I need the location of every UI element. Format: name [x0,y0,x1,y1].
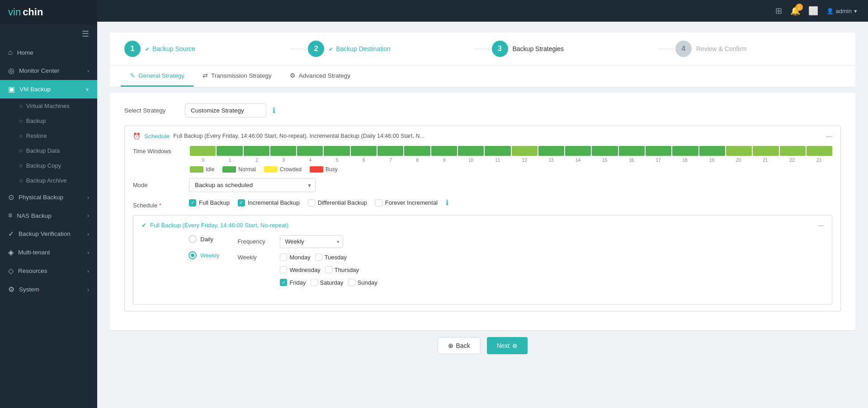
sidebar-sub-backup-archive[interactable]: ○ Backup Archive [0,173,97,188]
sidebar-item-system[interactable]: ⚙ System › [0,280,97,299]
time-windows-label: Time Windows [133,146,183,155]
mode-select[interactable]: Backup as scheduled Manual Backup [189,178,316,192]
tw-bar-23 [807,146,832,156]
sidebar-sub-backup-copy[interactable]: ○ Backup Copy [0,158,97,173]
hour-label-13: 13 [538,158,565,163]
frequency-select[interactable]: Weekly Daily Monthly [280,235,343,248]
radio-options: Daily Weekly [189,235,219,291]
minimize-icon[interactable]: — [826,132,832,140]
day-friday-cb: ✓ [280,279,287,286]
info-icon[interactable]: ℹ [273,106,275,115]
tw-bar-9 [431,146,457,156]
day-sunday[interactable]: Sunday [348,279,377,286]
sidebar-item-monitor[interactable]: ◎ Monitor Center › [0,61,97,80]
frequency-label: Frequency [237,238,274,245]
sidebar-item-vmbackup[interactable]: ▣ VM Backup ∨ [0,80,97,98]
strategy-select[interactable]: Customize Strategy [185,103,266,117]
day-wednesday[interactable]: Wednesday [280,266,320,273]
sidebar-item-label: VM Backup [19,86,51,93]
checkbox-differential-backup[interactable]: Differential Backup [308,199,367,206]
day-saturday-cb [311,279,318,286]
hour-label-8: 8 [404,158,431,163]
chevron-icon: › [87,250,89,255]
step-divider-3 [657,49,675,49]
sidebar-item-home[interactable]: ⌂ Home [0,43,97,61]
sidebar-sub-backup-data[interactable]: ○ Backup Data [0,143,97,158]
sidebar-item-label: Monitor Center [19,67,59,74]
tw-bar-1 [217,146,242,156]
chevron-icon: › [87,287,89,292]
sidebar-item-physical[interactable]: ⊙ Physical Backup › [0,188,97,206]
display-icon[interactable]: ⬜ [808,6,818,16]
tab-advanced[interactable]: ⚙ Advanced Strategy [281,66,359,87]
tw-bar-2 [244,146,269,156]
sidebar-item-nas[interactable]: ≡ NAS Backup › [0,206,97,225]
next-button[interactable]: Next ⊕ [487,337,528,354]
step-2: 2 ✔ Backup Destination [308,41,473,57]
sidebar-item-label: Resources [18,267,47,274]
radio-weekly-btn [189,251,197,259]
day-saturday[interactable]: Saturday [311,279,344,286]
gear-icon: ⚙ [290,72,296,79]
checkbox-group: ✓ Full Backup ✓ Incremental Backup Diffe… [189,198,448,207]
step-1-circle: 1 [124,41,141,57]
tw-bar-0 [190,146,216,156]
notification-badge: 1 [796,4,803,11]
tw-bar-4 [297,146,323,156]
sidebar-sub-virtual-machines[interactable]: ○ Virtual Machines [0,98,97,113]
sidebar-sub-restore[interactable]: ○ Restore [0,128,97,143]
edit-icon: ✎ [130,72,135,79]
minimize-detail-icon[interactable]: — [818,222,824,229]
sub-item-label: Backup [26,117,46,124]
step-3-circle: 3 [492,41,508,57]
legend-crowded: Crowded [264,166,302,173]
day-thursday[interactable]: Thursday [325,266,359,273]
frequency-row: Frequency Weekly Daily Monthly [237,235,824,248]
day-friday[interactable]: ✓ Friday [280,279,306,286]
chevron-icon: › [87,68,89,74]
sidebar-item-resources[interactable]: ◇ Resources › [0,262,97,280]
sidebar-item-multitenant[interactable]: ◈ Multi-tenant › [0,243,97,262]
radio-daily[interactable]: Daily [189,235,219,243]
sub-item-label: Restore [26,132,47,139]
sub-item-label: Backup Copy [26,162,61,169]
radio-weekly[interactable]: Weekly [189,251,219,259]
grid-icon[interactable]: ⊞ [775,6,782,16]
user-menu[interactable]: 👤 admin ▾ [826,8,857,14]
normal-label: Normal [238,166,256,173]
check-icon: ✔ [145,46,150,52]
day-friday-label: Friday [289,279,306,286]
sidebar-item-verification[interactable]: ✓ Backup Verification › [0,225,97,243]
check-icon-small: ✔ [142,222,146,229]
hour-label-20: 20 [725,158,752,163]
tab-transmission[interactable]: ⇄ Transmission Strategy [193,66,281,87]
day-monday[interactable]: Monday [280,253,310,261]
forever-info-icon[interactable]: ℹ [446,198,448,207]
day-monday-cb [280,253,287,261]
hour-label-1: 1 [217,158,243,163]
menu-toggle[interactable]: ☰ [0,24,97,43]
day-thursday-label: Thursday [335,267,359,273]
physical-icon: ⊙ [8,193,14,202]
tab-general[interactable]: ✎ General Strategy [121,66,193,87]
time-windows-chart: 01234567891011121314151617181920212223 I… [190,146,832,173]
content-area: 1 ✔ Backup Source 2 ✔ Backup Destination [97,22,868,408]
schedule-row: Schedule * ✓ Full Backup ✓ Incremental B… [133,198,832,209]
day-tuesday[interactable]: Tuesday [315,253,347,261]
notification-icon[interactable]: 🔔 1 [790,6,800,16]
sidebar-sub-backup[interactable]: ○ Backup [0,113,97,128]
sidebar-item-label: NAS Backup [17,212,52,219]
checkbox-forever-incremental[interactable]: Forever Incremental [375,199,438,206]
back-button[interactable]: ⊕ Back [438,337,481,354]
checkbox-incremental-backup[interactable]: ✓ Incremental Backup [238,199,300,206]
weekly-label: Weekly [237,254,274,261]
wizard-steps: 1 ✔ Backup Source 2 ✔ Backup Destination [110,33,855,66]
checkbox-full-backup[interactable]: ✓ Full Backup [189,199,230,206]
day-wednesday-label: Wednesday [289,267,320,273]
step-3: 3 Backup Strategies [492,41,657,57]
hour-label-16: 16 [618,158,645,163]
chevron-icon: › [87,195,89,200]
full-backup-detail-header: ✔ Full Backup (Every Friday, 14:46:00 St… [142,222,824,229]
hour-label-3: 3 [270,158,297,163]
friday-row: ✓ Friday Saturday [237,279,824,286]
